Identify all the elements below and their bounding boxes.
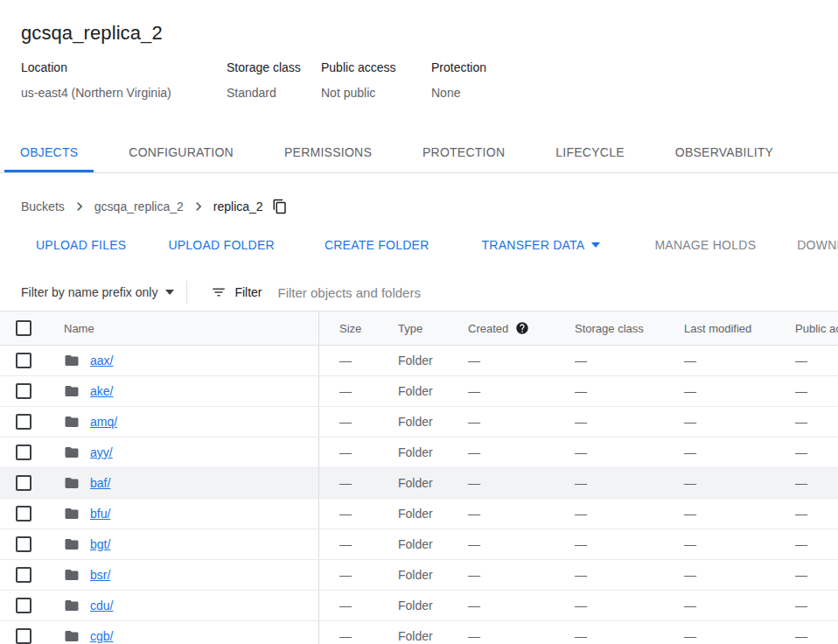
copy-path-button[interactable]	[272, 199, 288, 214]
cell-public-access: —	[775, 629, 838, 643]
cell-public-access: —	[775, 354, 838, 368]
meta-public-access: Public access Not public	[321, 59, 431, 102]
chevron-right-icon	[71, 198, 88, 215]
folder-icon	[64, 353, 80, 368]
meta-value: Standard	[227, 84, 321, 102]
cell-created: —	[448, 384, 555, 398]
upload-files-button[interactable]: UPLOAD FILES	[25, 232, 136, 258]
tab-protection[interactable]: PROTECTION	[407, 131, 520, 172]
cell-size: —	[319, 598, 378, 612]
meta-label: Public access	[321, 59, 431, 76]
create-folder-button[interactable]: CREATE FOLDER	[314, 232, 440, 258]
cell-last-modified: —	[664, 507, 775, 521]
meta-value: Not public	[321, 84, 431, 102]
help-icon[interactable]	[515, 321, 529, 335]
tab-label: PERMISSIONS	[284, 145, 372, 159]
tab-label: OBSERVABILITY	[675, 145, 773, 159]
tab-configuration[interactable]: CONFIGURATION	[113, 131, 249, 172]
upload-folder-button[interactable]: UPLOAD FOLDER	[157, 232, 285, 258]
filter-scope-label: Filter by name prefix only	[21, 285, 157, 299]
tab-label: CONFIGURATION	[129, 145, 234, 159]
table-row: baf/ — Folder — — — —	[0, 468, 838, 499]
cell-last-modified: —	[664, 568, 775, 582]
folder-link[interactable]: amq/	[90, 415, 117, 429]
table-row: bgt/ — Folder — — — —	[0, 529, 838, 560]
tab-objects[interactable]: OBJECTS	[4, 131, 94, 172]
cell-type: Folder	[378, 507, 448, 521]
breadcrumb-current-folder: replica_2	[213, 200, 263, 214]
folder-link[interactable]: bfu/	[90, 507, 110, 521]
folder-link[interactable]: cgb/	[90, 629, 113, 643]
cell-created: —	[448, 476, 555, 490]
table-row: ayy/ — Folder — — — —	[0, 438, 838, 468]
cell-type: Folder	[378, 354, 448, 368]
cell-size: —	[319, 507, 378, 521]
cell-last-modified: —	[664, 384, 775, 398]
cell-storage-class: —	[555, 384, 664, 398]
breadcrumb-buckets[interactable]: Buckets	[21, 200, 65, 214]
row-checkbox[interactable]	[16, 414, 31, 430]
cell-size: —	[319, 537, 378, 551]
meta-label: Storage class	[227, 59, 321, 76]
cell-public-access: —	[775, 507, 838, 521]
cell-public-access: —	[775, 445, 838, 459]
folder-icon	[64, 536, 80, 552]
cell-created: —	[448, 445, 555, 459]
cell-type: Folder	[378, 568, 448, 582]
row-checkbox[interactable]	[16, 383, 31, 399]
row-checkbox[interactable]	[16, 475, 31, 491]
folder-link[interactable]: aax/	[90, 354, 113, 368]
button-label: TRANSFER DATA	[482, 238, 585, 252]
row-checkbox[interactable]	[16, 506, 31, 522]
button-label: DOWNLOAD	[797, 238, 838, 252]
column-header-last-modified: Last modified	[664, 322, 775, 335]
row-checkbox[interactable]	[16, 444, 31, 460]
filter-scope-dropdown[interactable]: Filter by name prefix only	[21, 285, 174, 299]
folder-link[interactable]: ayy/	[90, 445, 113, 459]
cell-created: —	[448, 507, 555, 521]
table-row: amq/ — Folder — — — —	[0, 407, 838, 438]
cell-size: —	[319, 445, 378, 459]
button-label: CREATE FOLDER	[325, 238, 429, 252]
table-row: bfu/ — Folder — — — —	[0, 499, 838, 529]
meta-storage-class: Storage class Standard	[227, 59, 321, 102]
folder-link[interactable]: cdu/	[90, 598, 113, 612]
folder-link[interactable]: ake/	[90, 384, 113, 398]
cell-public-access: —	[775, 476, 838, 490]
filter-objects-input[interactable]	[276, 284, 838, 301]
cell-public-access: —	[775, 415, 838, 429]
folder-link[interactable]: baf/	[90, 476, 110, 490]
tab-permissions[interactable]: PERMISSIONS	[269, 131, 388, 172]
tab-bar: OBJECTS CONFIGURATION PERMISSIONS PROTEC…	[0, 131, 838, 173]
breadcrumb-bucket-name[interactable]: gcsqa_replica_2	[94, 200, 184, 214]
cell-storage-class: —	[555, 354, 664, 368]
transfer-data-button[interactable]: TRANSFER DATA	[471, 232, 611, 258]
cell-storage-class: —	[555, 415, 664, 429]
cell-created: —	[448, 354, 555, 368]
cell-size: —	[319, 629, 378, 643]
row-checkbox[interactable]	[16, 536, 31, 552]
manage-holds-button[interactable]: MANAGE HOLDS	[644, 232, 766, 258]
cell-last-modified: —	[664, 415, 775, 429]
cell-type: Folder	[378, 415, 448, 429]
copy-icon	[272, 199, 288, 214]
folder-icon	[64, 414, 80, 430]
column-header-name: Name	[64, 322, 94, 335]
meta-protection: Protection None	[431, 59, 486, 102]
row-checkbox[interactable]	[16, 567, 31, 583]
row-checkbox[interactable]	[16, 353, 31, 368]
tab-lifecycle[interactable]: LIFECYCLE	[540, 131, 640, 172]
row-checkbox[interactable]	[16, 628, 31, 644]
download-button[interactable]: DOWNLOAD	[786, 232, 838, 258]
cell-type: Folder	[378, 476, 448, 490]
cell-storage-class: —	[555, 445, 664, 459]
folder-link[interactable]: bsr/	[90, 568, 110, 582]
folder-link[interactable]: bgt/	[90, 537, 110, 551]
meta-label: Location	[21, 59, 227, 76]
table-header-row: Name Size Type Created Storage class Las…	[0, 312, 838, 346]
select-all-checkbox[interactable]	[16, 320, 31, 336]
tab-observability[interactable]: OBSERVABILITY	[660, 131, 789, 172]
cell-type: Folder	[378, 629, 448, 643]
table-row: cdu/ — Folder — — — —	[0, 591, 838, 621]
row-checkbox[interactable]	[16, 598, 31, 613]
